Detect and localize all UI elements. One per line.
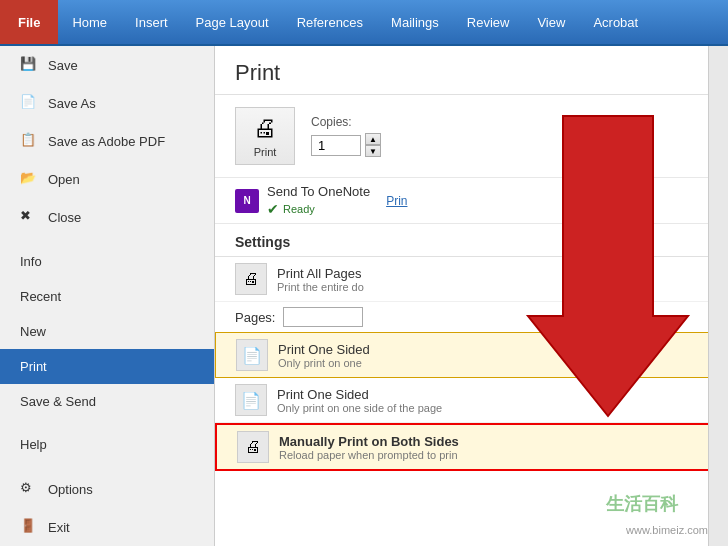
- setting-manual-both-sides[interactable]: 🖨 Manually Print on Both Sides Reload pa…: [215, 423, 728, 471]
- setting-print-one-sided-selected[interactable]: 📄 Print One Sided Only print on one: [215, 332, 728, 378]
- tab-view[interactable]: View: [523, 0, 579, 44]
- print-one-side-icon: 📄: [236, 339, 268, 371]
- copies-down-btn[interactable]: ▼: [365, 145, 381, 157]
- printer-properties-link[interactable]: Prin: [386, 194, 407, 208]
- check-icon: ✔: [267, 201, 279, 217]
- sidebar-item-print[interactable]: Print: [0, 349, 214, 384]
- tab-home[interactable]: Home: [58, 0, 121, 44]
- onenote-icon: N: [235, 189, 259, 213]
- copies-up-btn[interactable]: ▲: [365, 133, 381, 145]
- print-one-sided-text: Print One Sided Only print on one: [278, 342, 370, 369]
- scrollbar-area[interactable]: [708, 46, 728, 546]
- close-icon: ✖: [20, 208, 38, 226]
- setting-print-all[interactable]: 🖨 Print All Pages Print the entire do: [215, 257, 728, 302]
- print-header: Print: [215, 46, 728, 95]
- main-area: 💾 Save 📄 Save As 📋 Save as Adobe PDF 📂 O…: [0, 46, 728, 546]
- sidebar-item-options[interactable]: ⚙ Options: [0, 470, 214, 508]
- tab-mailings[interactable]: Mailings: [377, 0, 453, 44]
- sidebar-item-exit[interactable]: 🚪 Exit: [0, 508, 214, 546]
- ribbon: File Home Insert Page Layout References …: [0, 0, 728, 46]
- sidebar-item-help[interactable]: Help: [0, 427, 214, 462]
- open-icon: 📂: [20, 170, 38, 188]
- watermark-url: www.bimeiz.com: [626, 524, 708, 536]
- save-icon: 💾: [20, 56, 38, 74]
- tab-page-layout[interactable]: Page Layout: [182, 0, 283, 44]
- sidebar-item-save[interactable]: 💾 Save: [0, 46, 214, 84]
- copies-input[interactable]: [311, 135, 361, 156]
- settings-header: Settings: [215, 224, 728, 257]
- sidebar-item-new[interactable]: New: [0, 314, 214, 349]
- onenote-row: N Send To OneNote ✔ Ready Prin: [215, 178, 728, 224]
- copies-input-row: ▲ ▼: [311, 133, 381, 157]
- tab-references[interactable]: References: [283, 0, 377, 44]
- print-all-text: Print All Pages Print the entire do: [277, 266, 364, 293]
- pdf-icon: 📋: [20, 132, 38, 150]
- onenote-label: Send To OneNote: [267, 184, 370, 199]
- print-one-side-2-icon: 📄: [235, 384, 267, 416]
- sidebar-item-close[interactable]: ✖ Close: [0, 198, 214, 236]
- manual-both-sides-icon: 🖨: [237, 431, 269, 463]
- print-controls: 🖨 Print Copies: ▲ ▼: [215, 95, 728, 178]
- print-content: Print 🖨 Print Copies: ▲ ▼ N: [215, 46, 728, 546]
- print-all-icon: 🖨: [235, 263, 267, 295]
- watermark-cn: 生活百科: [606, 492, 678, 516]
- tab-review[interactable]: Review: [453, 0, 524, 44]
- pages-input[interactable]: [283, 307, 363, 327]
- sidebar-item-save-as[interactable]: 📄 Save As: [0, 84, 214, 122]
- sidebar: 💾 Save 📄 Save As 📋 Save as Adobe PDF 📂 O…: [0, 46, 215, 546]
- print-button[interactable]: 🖨 Print: [235, 107, 295, 165]
- sidebar-item-save-send[interactable]: Save & Send: [0, 384, 214, 419]
- sidebar-item-save-pdf[interactable]: 📋 Save as Adobe PDF: [0, 122, 214, 160]
- sidebar-item-info[interactable]: Info: [0, 244, 214, 279]
- save-as-icon: 📄: [20, 94, 38, 112]
- exit-icon: 🚪: [20, 518, 38, 536]
- print-one-sided-2-text: Print One Sided Only print on one side o…: [277, 387, 442, 414]
- pages-row: Pages:: [215, 302, 728, 332]
- copies-spinner: ▲ ▼: [365, 133, 381, 157]
- setting-print-one-sided-2[interactable]: 📄 Print One Sided Only print on one side…: [215, 378, 728, 423]
- printer-icon: 🖨: [253, 114, 277, 142]
- tab-insert[interactable]: Insert: [121, 0, 182, 44]
- tab-acrobat[interactable]: Acrobat: [579, 0, 652, 44]
- options-icon: ⚙: [20, 480, 38, 498]
- file-tab[interactable]: File: [0, 0, 58, 44]
- ready-badge: ✔ Ready: [267, 201, 370, 217]
- sidebar-item-open[interactable]: 📂 Open: [0, 160, 214, 198]
- sidebar-item-recent[interactable]: Recent: [0, 279, 214, 314]
- copies-area: Copies: ▲ ▼: [311, 115, 381, 157]
- manual-both-sides-text: Manually Print on Both Sides Reload pape…: [279, 434, 459, 461]
